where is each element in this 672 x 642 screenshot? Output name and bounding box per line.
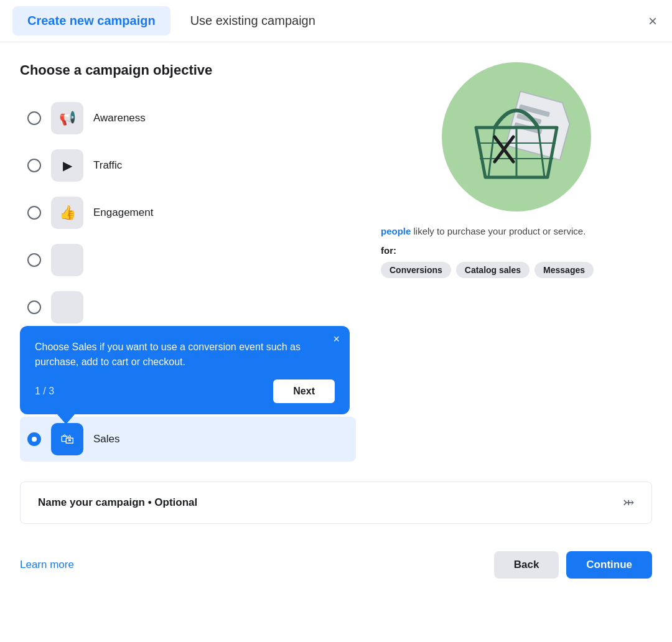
footer-buttons: Back Continue [494, 551, 652, 579]
footer: Learn more Back Continue [0, 536, 672, 593]
tooltip-popover: × Choose Sales if you want to use a conv… [20, 326, 350, 414]
objective-traffic[interactable]: ▶ Traffic [20, 143, 356, 188]
right-description: people likely to purchase your product o… [381, 224, 652, 239]
basket-circle [442, 62, 591, 212]
popover-close-button[interactable]: × [333, 333, 340, 345]
section-title: Choose a campaign objective [20, 62, 356, 78]
popover-counter: 1 / 3 [35, 386, 54, 397]
tag-catalog-sales: Catalog sales [456, 262, 530, 278]
tab-create-new-campaign[interactable]: Create new campaign [12, 6, 170, 35]
engagement-label: Engagement [93, 207, 153, 219]
sales-icon-box: 🛍 [51, 423, 83, 455]
sales-label: Sales [93, 433, 120, 445]
thumbsup-icon: 👍 [59, 205, 76, 221]
learn-more-link[interactable]: Learn more [20, 559, 74, 571]
svg-line-4 [488, 128, 495, 177]
blue-text-people: people [381, 226, 411, 236]
popover-footer: 1 / 3 Next [35, 379, 335, 403]
popover-wrapper: × Choose Sales if you want to use a conv… [20, 326, 356, 414]
cursor-icon: ▶ [63, 158, 72, 173]
obj4-icon-box [51, 244, 83, 276]
description-text: likely to purchase your product or servi… [411, 226, 586, 236]
objective-list: 📢 Awareness ▶ Traffic 👍 Engagement [20, 96, 356, 462]
popover-text: Choose Sales if you want to use a conver… [35, 340, 322, 370]
radio-awareness[interactable] [27, 111, 41, 125]
tag-list: Conversions Catalog sales Messages [381, 262, 652, 278]
tag-messages: Messages [534, 262, 594, 278]
chevron-down-icon: ⤔ [623, 495, 634, 511]
objective-obj5[interactable] [20, 285, 356, 330]
continue-button[interactable]: Continue [566, 551, 652, 579]
next-button[interactable]: Next [273, 379, 335, 403]
close-button[interactable]: × [648, 14, 657, 29]
radio-obj4[interactable] [27, 253, 41, 267]
radio-engagement[interactable] [27, 206, 41, 220]
awareness-icon-box: 📢 [51, 102, 83, 134]
traffic-icon-box: ▶ [51, 149, 83, 182]
left-panel: Choose a campaign objective 📢 Awareness … [20, 62, 356, 462]
bag-icon: 🛍 [60, 431, 74, 447]
basket-svg [454, 75, 579, 199]
tag-conversions: Conversions [381, 262, 451, 278]
name-campaign-label: Name your campaign • Optional [38, 496, 197, 509]
megaphone-icon: 📢 [59, 110, 76, 126]
traffic-label: Traffic [93, 159, 122, 172]
radio-sales[interactable] [27, 432, 41, 446]
radio-traffic[interactable] [27, 159, 41, 172]
basket-illustration [381, 62, 652, 212]
radio-obj5[interactable] [27, 300, 41, 314]
main-content: Choose a campaign objective 📢 Awareness … [0, 42, 672, 462]
objective-engagement[interactable]: 👍 Engagement [20, 190, 356, 235]
back-button[interactable]: Back [494, 551, 559, 579]
tab-use-existing-campaign[interactable]: Use existing campaign [175, 6, 330, 35]
header: Create new campaign Use existing campaig… [0, 0, 672, 42]
name-campaign-section[interactable]: Name your campaign • Optional ⤔ [20, 482, 652, 524]
objective-obj4[interactable] [20, 238, 356, 282]
for-label: for: [381, 245, 652, 256]
objective-awareness[interactable]: 📢 Awareness [20, 96, 356, 141]
popover-arrow [57, 414, 75, 424]
awareness-label: Awareness [93, 112, 146, 124]
right-panel: people likely to purchase your product o… [381, 62, 652, 462]
obj5-icon-box [51, 291, 83, 323]
engagement-icon-box: 👍 [51, 197, 83, 229]
